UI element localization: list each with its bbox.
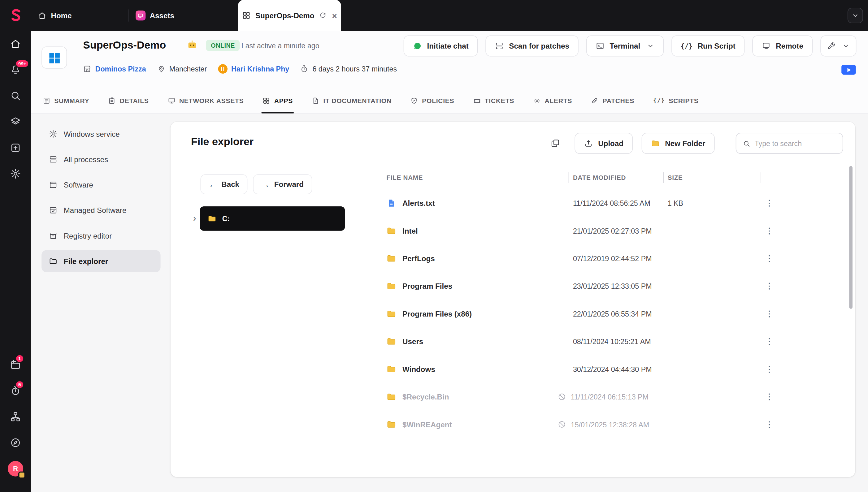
video-tutorial-button[interactable]: [841, 65, 855, 75]
actions-cell: ⋮: [765, 392, 846, 402]
row-menu-button[interactable]: ⋮: [765, 420, 773, 429]
user-avatar[interactable]: R: [8, 461, 23, 476]
initiate-chat-button[interactable]: Initiate chat: [404, 35, 478, 56]
rail-create-button[interactable]: [8, 140, 23, 155]
forward-button[interactable]: → Forward: [253, 174, 312, 194]
company-link[interactable]: Dominos Pizza: [83, 65, 146, 73]
file-name: Alerts.txt: [403, 199, 435, 207]
table-scrollbar[interactable]: [849, 166, 852, 309]
search-icon: [10, 90, 21, 101]
date-modified-cell: 30/12/2024 04:44:30 PM: [573, 365, 668, 373]
sidebar-item-all-processes[interactable]: All processes: [42, 148, 160, 171]
table-row[interactable]: Windows 30/12/2024 04:44:30 PM ⋮: [377, 355, 846, 383]
no-access-icon: [557, 420, 566, 429]
folder-icon: [386, 253, 396, 263]
expand-panel-button[interactable]: [545, 133, 566, 154]
tools-menu-button[interactable]: [820, 35, 856, 56]
sidebar-item-registry-editor[interactable]: Registry editor: [42, 225, 160, 247]
row-menu-button[interactable]: ⋮: [765, 392, 773, 401]
nav-assets[interactable]: Assets: [135, 10, 174, 20]
refresh-icon[interactable]: [319, 12, 327, 20]
table-row[interactable]: $WinREAgent 15/01/2025 12:38:28 AM: [377, 411, 846, 438]
rail-home-button[interactable]: [8, 36, 23, 51]
tab-scripts[interactable]: {/} SCRIPTS: [652, 88, 700, 113]
date-modified: 22/01/2025 06:55:34 PM: [573, 310, 652, 318]
workspace-menu-button[interactable]: [848, 8, 863, 23]
tab-tickets[interactable]: TICKETS: [472, 88, 515, 113]
table-row[interactable]: PerfLogs 07/12/2019 02:44:52 PM ⋮: [377, 244, 846, 272]
tab-details[interactable]: DETAILS: [107, 88, 150, 113]
table-row[interactable]: Program Files (x86) 22/01/2025 06:55:34 …: [377, 300, 846, 327]
grid-icon: [242, 11, 251, 20]
file-name: Windows: [403, 365, 435, 373]
column-header-date-modified[interactable]: DATE MODIFIED: [573, 174, 668, 181]
tickets-icon: [473, 97, 481, 104]
table-row[interactable]: Intel 21/01/2025 02:27:03 PM ⋮: [377, 217, 846, 244]
technician-link[interactable]: H Hari Krishna Phy: [218, 64, 289, 73]
folder-icon: [386, 364, 396, 374]
new-folder-button[interactable]: New Folder: [642, 133, 715, 154]
rail-timers-button[interactable]: 5: [8, 383, 23, 398]
tab-policies[interactable]: POLICIES: [409, 88, 455, 113]
tree-node-c-drive[interactable]: C:: [200, 206, 345, 231]
timers-badge: 5: [15, 380, 24, 389]
tree-expand-chevron[interactable]: ›: [193, 214, 196, 223]
table-row[interactable]: Program Files 23/01/2025 12:33:05 PM ⋮: [377, 272, 846, 300]
sidebar-item-software[interactable]: Software: [42, 174, 160, 196]
column-header-size[interactable]: SIZE: [668, 174, 765, 181]
scan-for-patches-label: Scan for patches: [509, 42, 569, 50]
tab-apps[interactable]: APPS: [262, 88, 294, 113]
policies-icon: [410, 97, 418, 104]
sidebar-item-managed-software[interactable]: Managed Software: [42, 199, 160, 222]
rail-calendar-button[interactable]: 1: [8, 357, 23, 372]
run-script-button[interactable]: {/} Run Script: [671, 35, 745, 56]
rail-explore-button[interactable]: [8, 435, 23, 450]
tab-label: DETAILS: [120, 97, 149, 104]
scan-for-patches-button[interactable]: Scan for patches: [486, 35, 579, 56]
tab-summary[interactable]: SUMMARY: [42, 88, 90, 113]
remote-button[interactable]: Remote: [752, 35, 813, 56]
tab-patches[interactable]: PATCHES: [590, 88, 635, 113]
avatar-sticker: [18, 472, 25, 479]
row-menu-button[interactable]: ⋮: [765, 198, 773, 207]
search-box[interactable]: [736, 133, 843, 154]
tab-network-assets[interactable]: NETWORK ASSETS: [167, 88, 245, 113]
terminal-button[interactable]: Terminal: [586, 35, 664, 56]
tab-label: SCRIPTS: [669, 97, 698, 104]
file-name-cell: Users: [386, 336, 573, 346]
tab-alerts[interactable]: ALERTS: [532, 88, 573, 113]
row-menu-button[interactable]: ⋮: [765, 226, 773, 235]
device-tabs: SUMMARY DETAILS NETWORK ASSETS APPS IT D…: [42, 88, 700, 113]
tab-it-documentation[interactable]: IT DOCUMENTATION: [311, 88, 392, 113]
rail-settings-button[interactable]: [8, 166, 23, 181]
upload-button[interactable]: Upload: [575, 133, 633, 154]
assets-icon: [135, 10, 145, 20]
actions-cell: ⋮: [765, 309, 846, 319]
row-menu-button[interactable]: ⋮: [765, 336, 773, 346]
column-header-file-name[interactable]: FILE NAME: [386, 174, 573, 181]
table-row[interactable]: $Recycle.Bin 11/11/2024 06:15:13 PM: [377, 383, 846, 411]
nav-home[interactable]: Home: [38, 11, 72, 20]
sidebar-item-windows-service[interactable]: Windows service: [42, 123, 160, 145]
search-input[interactable]: [755, 139, 836, 148]
row-menu-button[interactable]: ⋮: [765, 253, 773, 263]
row-menu-button[interactable]: ⋮: [765, 309, 773, 318]
network-assets-icon: [167, 97, 175, 104]
folder-icon: [208, 214, 217, 223]
rail-notifications-button[interactable]: 99+: [8, 62, 23, 77]
status-badge: ONLINE: [206, 40, 240, 51]
card-title: File explorer: [191, 136, 254, 148]
rail-workflows-button[interactable]: [8, 409, 23, 424]
rail-modules-button[interactable]: [8, 114, 23, 129]
superops-logo[interactable]: [0, 7, 31, 24]
row-menu-button[interactable]: ⋮: [765, 364, 773, 373]
table-row[interactable]: Users 08/11/2024 10:25:21 AM ⋮: [377, 328, 846, 355]
sidebar-item-file-explorer[interactable]: File explorer: [42, 250, 160, 272]
table-row[interactable]: Alerts.txt 11/11/2024 08:56:25 AM 1 KB ⋮: [377, 189, 846, 217]
row-menu-button[interactable]: ⋮: [765, 281, 773, 290]
rail-search-button[interactable]: [8, 88, 23, 103]
close-icon[interactable]: ×: [332, 11, 337, 20]
software-icon: [49, 180, 57, 189]
back-button[interactable]: ← Back: [200, 174, 248, 194]
device-tab[interactable]: SuperOps-Demo ×: [238, 0, 341, 31]
